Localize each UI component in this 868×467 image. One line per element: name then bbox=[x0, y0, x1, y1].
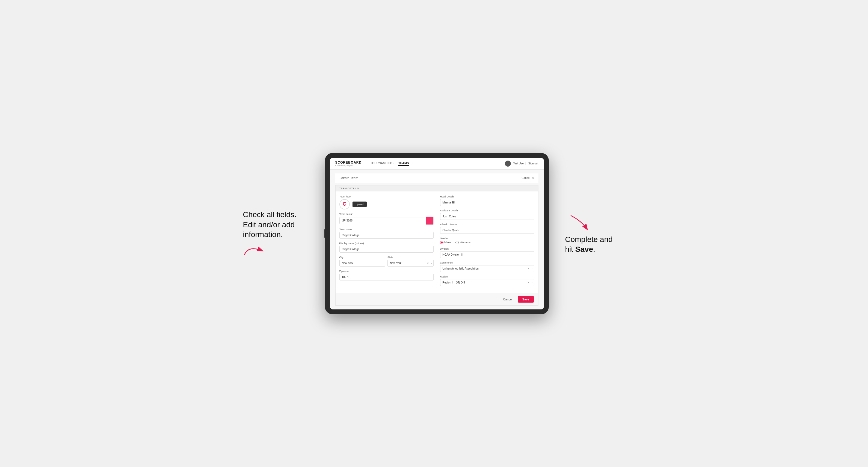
upload-button[interactable]: Upload bbox=[352, 201, 367, 207]
state-label: State bbox=[388, 256, 434, 259]
state-clear-icon[interactable]: ✕ bbox=[427, 261, 429, 264]
right-annotation: Complete and hit Save. bbox=[565, 213, 625, 254]
gender-label: Gender bbox=[440, 237, 534, 240]
region-label: Region bbox=[440, 275, 534, 278]
division-label: Division bbox=[440, 247, 534, 250]
conference-label: Conference bbox=[440, 261, 534, 264]
header-cancel-button[interactable]: Cancel ✕ bbox=[522, 176, 534, 180]
conference-select[interactable]: University Athletic Association bbox=[440, 265, 534, 272]
annotation-text-left: Check all fields. Edit and/or add inform… bbox=[243, 210, 309, 240]
form-footer: Cancel Save bbox=[336, 293, 538, 305]
section-header: TEAM DETAILS bbox=[336, 185, 538, 191]
team-colour-group: Team colour bbox=[339, 213, 434, 225]
team-logo-label: Team logo bbox=[339, 195, 434, 198]
nav-link-tournaments[interactable]: TOURNAMENTS bbox=[370, 161, 394, 166]
cancel-button[interactable]: Cancel bbox=[500, 296, 516, 303]
city-state-row: City State New York bbox=[339, 256, 434, 267]
form-left-column: Team logo C Upload Team colour bbox=[339, 195, 434, 289]
navigation-bar: SCOREBOARD Powered by clippd TOURNAMENTS… bbox=[330, 158, 544, 169]
tablet-device: SCOREBOARD Powered by clippd TOURNAMENTS… bbox=[325, 153, 549, 314]
athletic-director-label: Athletic Director bbox=[440, 223, 534, 226]
colour-swatch[interactable] bbox=[426, 217, 434, 225]
left-arrow-icon bbox=[243, 243, 265, 256]
team-name-group: Team name bbox=[339, 228, 434, 239]
left-annotation: Check all fields. Edit and/or add inform… bbox=[243, 210, 309, 257]
division-select[interactable]: NCAA Division III bbox=[440, 251, 534, 258]
assistant-coach-group: Assistant Coach bbox=[440, 209, 534, 220]
conference-select-wrapper: University Athletic Association ✕ ⌄ bbox=[440, 265, 534, 272]
team-logo-area: C Upload bbox=[339, 199, 434, 210]
gender-womens-label[interactable]: Womens bbox=[456, 241, 470, 244]
athletic-director-group: Athletic Director bbox=[440, 223, 534, 234]
team-name-label: Team name bbox=[339, 228, 434, 231]
content-area: Create Team Cancel ✕ TEAM DETAILS bbox=[330, 169, 544, 309]
division-group: Division NCAA Division III ⌄ bbox=[440, 247, 534, 258]
zip-code-group: Zip code bbox=[339, 270, 434, 280]
nav-right: Test User | Sign out bbox=[505, 161, 538, 166]
region-clear-icon[interactable]: ✕ bbox=[527, 281, 529, 284]
sign-out-link[interactable]: Sign out bbox=[528, 162, 538, 165]
logo-circle: C bbox=[339, 199, 350, 210]
zip-label: Zip code bbox=[339, 270, 434, 273]
save-button[interactable]: Save bbox=[518, 296, 534, 303]
form-panel: TEAM DETAILS Team logo C Upload bbox=[335, 185, 538, 306]
nav-link-teams[interactable]: TEAMS bbox=[398, 161, 409, 166]
zip-input[interactable] bbox=[339, 274, 434, 280]
gender-mens-label[interactable]: Mens bbox=[440, 241, 451, 244]
team-colour-input[interactable] bbox=[339, 217, 426, 224]
user-avatar bbox=[505, 161, 511, 166]
display-name-label: Display name (unique) bbox=[339, 242, 434, 245]
assistant-coach-input[interactable] bbox=[440, 213, 534, 220]
city-state-group: City State New York bbox=[339, 256, 434, 267]
display-name-group: Display name (unique) bbox=[339, 242, 434, 253]
form-body: Team logo C Upload Team colour bbox=[336, 191, 538, 293]
logo-title: SCOREBOARD bbox=[335, 161, 362, 164]
team-colour-label: Team colour bbox=[339, 213, 434, 216]
athletic-director-input[interactable] bbox=[440, 227, 534, 234]
create-team-header: Create Team Cancel ✕ bbox=[335, 174, 538, 183]
right-arrow-icon bbox=[565, 213, 592, 232]
tablet-side-button bbox=[324, 229, 325, 238]
region-group: Region Region II - (M) DIII ✕ ⌄ bbox=[440, 275, 534, 286]
conference-group: Conference University Athletic Associati… bbox=[440, 261, 534, 272]
region-select[interactable]: Region II - (M) DIII bbox=[440, 279, 534, 286]
create-team-title: Create Team bbox=[340, 176, 358, 180]
head-coach-group: Head Coach bbox=[440, 195, 534, 206]
gender-row: Mens Womens bbox=[440, 241, 534, 244]
form-right-column: Head Coach Assistant Coach bbox=[440, 195, 534, 289]
team-name-input[interactable] bbox=[339, 232, 434, 239]
region-select-wrapper: Region II - (M) DIII ✕ ⌄ bbox=[440, 279, 534, 286]
division-select-wrapper: NCAA Division III ⌄ bbox=[440, 251, 534, 258]
head-coach-input[interactable] bbox=[440, 199, 534, 206]
city-input[interactable] bbox=[339, 260, 385, 267]
app-logo: SCOREBOARD Powered by clippd bbox=[335, 161, 362, 166]
logo-subtitle: Powered by clippd bbox=[335, 164, 362, 166]
gender-group: Gender Mens Womens bbox=[440, 237, 534, 244]
city-field: City bbox=[339, 256, 385, 267]
conference-clear-icon[interactable]: ✕ bbox=[527, 267, 529, 270]
nav-links: TOURNAMENTS TEAMS bbox=[370, 161, 409, 166]
city-label: City bbox=[339, 256, 385, 259]
state-select-wrapper: New York ✕ ⌄ bbox=[388, 260, 434, 267]
team-logo-group: Team logo C Upload bbox=[339, 195, 434, 210]
user-name: Test User | bbox=[513, 162, 526, 165]
gender-womens-radio[interactable] bbox=[456, 241, 459, 244]
state-field: State New York ✕ ⌄ bbox=[388, 256, 434, 267]
display-name-input[interactable] bbox=[339, 246, 434, 253]
gender-mens-radio[interactable] bbox=[440, 241, 443, 244]
colour-row bbox=[339, 217, 434, 225]
close-icon: ✕ bbox=[531, 176, 534, 180]
annotation-text-right: Complete and hit Save. bbox=[565, 235, 625, 254]
head-coach-label: Head Coach bbox=[440, 195, 534, 198]
assistant-coach-label: Assistant Coach bbox=[440, 209, 534, 212]
